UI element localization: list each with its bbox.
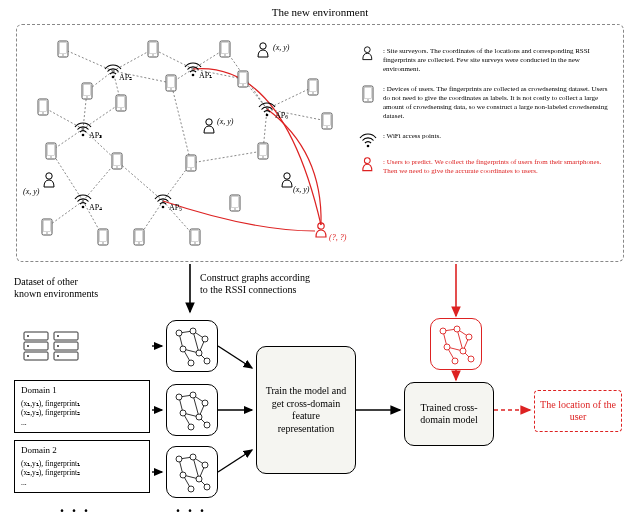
svg-line-29	[117, 161, 163, 201]
ap-label-6: AP₅	[169, 203, 182, 212]
svg-line-11	[153, 49, 193, 69]
graph-box-new-env	[166, 320, 218, 372]
trained-model-text: Trained cross-domain model	[411, 402, 487, 426]
ellipsis-graphs: . . .	[176, 498, 206, 516]
ap-label-4: AP₆	[275, 111, 288, 120]
person-red-icon	[359, 158, 377, 172]
legend-surveyor-text: : Site surveyors. The coordinates of the…	[383, 47, 615, 73]
graph-box-predict	[430, 318, 482, 370]
svg-point-84	[27, 355, 29, 357]
domain-1-lines: (x₁,y₁), fingerprint₁ (x₂,y₂), fingerpri…	[21, 399, 143, 428]
coord-label-4: (x, y)	[293, 185, 309, 194]
legend-device: : Devices of users. The fingerprints are…	[359, 85, 615, 120]
svg-line-70	[218, 346, 252, 368]
coord-label-3: (x, y)	[217, 117, 233, 126]
flow-diagram: Construct graphs according to the RSSI c…	[0, 272, 640, 523]
trained-model-box: Trained cross-domain model	[404, 382, 494, 446]
svg-line-34	[191, 151, 263, 163]
legend-device-text: : Devices of users. The fingerprints are…	[383, 85, 615, 120]
person-icon	[359, 47, 377, 61]
legend-predict: : Users to predict. We collect the finge…	[359, 158, 615, 176]
svg-line-72	[218, 450, 252, 472]
phone-icon	[359, 85, 377, 103]
svg-point-82	[27, 335, 29, 337]
train-model-box: Train the model and get cross-domain fea…	[256, 346, 356, 474]
ap-label-3: AP₃	[89, 131, 102, 140]
legend-predict-text: : Users to predict. We collect the finge…	[383, 158, 615, 176]
domain-2-title: Domain 2	[21, 445, 143, 457]
legend-wifi: : WiFi access points.	[359, 132, 615, 146]
domain-1-box: Domain 1 (x₁,y₁), fingerprint₁ (x₂,y₂), …	[14, 380, 150, 433]
graph-box-domain1	[166, 384, 218, 436]
ellipsis-domains: . . .	[60, 498, 90, 516]
svg-line-33	[171, 83, 191, 163]
ap-label-1: AP₁	[199, 71, 212, 80]
location-output-box: The location of the user	[534, 390, 622, 432]
svg-point-86	[57, 345, 59, 347]
network-diagram: (x, y) (x, y) (x, y) (x, y) (?, ?) AP₁ A…	[23, 31, 353, 257]
domain-2-lines: (x₁,y₁), fingerprint₁ (x₂,y₂), fingerpri…	[21, 459, 143, 488]
svg-point-87	[57, 355, 59, 357]
ap-label-5: AP₄	[89, 203, 102, 212]
domain-2-box: Domain 2 (x₁,y₁), fingerprint₁ (x₂,y₂), …	[14, 440, 150, 493]
dataset-title: Dataset of other known environments	[14, 276, 144, 300]
wifi-icon	[359, 132, 377, 146]
ap-label-2: AP₂	[119, 73, 132, 82]
graph-box-domain2	[166, 446, 218, 498]
environment-box: (x, y) (x, y) (x, y) (x, y) (?, ?) AP₁ A…	[16, 24, 624, 262]
train-model-text: Train the model and get cross-domain fea…	[263, 385, 349, 435]
construct-graphs-label: Construct graphs according to the RSSI c…	[200, 272, 310, 296]
coord-unknown: (?, ?)	[329, 233, 346, 242]
coord-label-2: (x, y)	[23, 187, 39, 196]
legend-surveyor: : Site surveyors. The coordinates of the…	[359, 47, 615, 73]
domain-1-title: Domain 1	[21, 385, 143, 397]
coord-label-1: (x, y)	[273, 43, 289, 52]
svg-point-83	[27, 345, 29, 347]
legend: : Site surveyors. The coordinates of the…	[359, 47, 615, 188]
svg-point-85	[57, 335, 59, 337]
servers-icon	[22, 328, 82, 366]
location-output-text: The location of the user	[539, 399, 617, 423]
legend-wifi-text: : WiFi access points.	[383, 132, 441, 141]
title-new-environment: The new environment	[272, 6, 369, 18]
